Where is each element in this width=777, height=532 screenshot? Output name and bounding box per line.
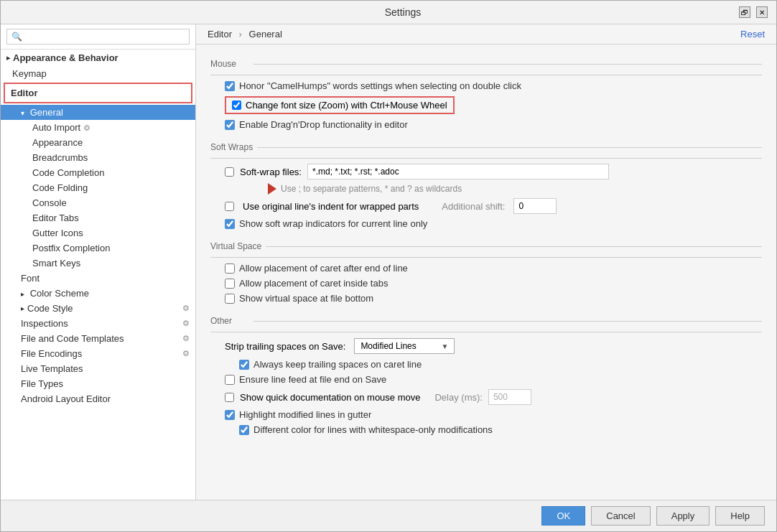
strip-trailing-value: Modified Lines — [360, 341, 416, 351]
additional-shift-label: Additional shift: — [442, 201, 505, 212]
different-color-label: Different color for lines with whitespac… — [253, 424, 493, 435]
sidebar-item-keymap[interactable]: Keymap — [1, 66, 195, 81]
sidebar-item-android-layout-editor[interactable]: Android Layout Editor — [1, 391, 195, 406]
apply-button[interactable]: Apply — [656, 506, 710, 526]
panel-content: Mouse Honor "CamelHumps" words settings … — [196, 45, 776, 500]
allow-inside-tabs-row: Allow placement of caret inside tabs — [210, 276, 762, 291]
delay-label: Delay (ms): — [434, 392, 482, 403]
allow-inside-tabs-checkbox[interactable] — [225, 279, 235, 289]
use-original-indent-row: Use original line's indent for wrapped p… — [210, 196, 762, 216]
additional-shift-input[interactable] — [513, 198, 557, 214]
soft-wraps-divider — [210, 158, 762, 159]
sidebar-item-color-scheme[interactable]: Color Scheme — [1, 286, 195, 301]
sidebar-item-code-completion[interactable]: Code Completion — [1, 165, 195, 180]
sidebar-item-gutter-icons[interactable]: Gutter Icons — [1, 225, 195, 241]
change-font-checkbox[interactable] — [232, 101, 241, 110]
sidebar-item-font[interactable]: Font — [1, 271, 195, 286]
enable-drag-row: Enable Drag'n'Drop functionality in edit… — [210, 117, 762, 132]
soft-wrap-hint-row: Use ; to separate patterns, * and ? as w… — [210, 182, 762, 196]
gear-icon: ⚙ — [83, 123, 90, 132]
delay-input[interactable] — [488, 389, 531, 405]
sidebar-item-file-and-code-templates[interactable]: File and Code Templates ⚙ — [1, 331, 195, 346]
show-quick-doc-row: Show quick documentation on mouse move D… — [210, 387, 762, 407]
sidebar-item-code-style[interactable]: Code Style ⚙ — [1, 301, 195, 316]
search-input[interactable] — [6, 29, 190, 45]
enable-drag-checkbox[interactable] — [225, 120, 235, 130]
sidebar-item-file-encodings[interactable]: File Encodings ⚙ — [1, 346, 195, 361]
sidebar-item-live-templates[interactable]: Live Templates — [1, 361, 195, 376]
breadcrumb-general: General — [249, 29, 282, 39]
main-panel: Editor › General Reset Mouse Honor "Came… — [196, 24, 776, 500]
title-bar: Settings 🗗 ✕ — [1, 1, 776, 24]
highlight-modified-checkbox[interactable] — [225, 410, 235, 420]
honor-camel-label: Honor "CamelHumps" words settings when s… — [239, 80, 521, 91]
strip-trailing-row: Strip trailing spaces on Save: Modified … — [210, 335, 762, 357]
enable-drag-label: Enable Drag'n'Drop functionality in edit… — [239, 119, 408, 130]
honor-camel-checkbox[interactable] — [225, 81, 235, 91]
ensure-line-feed-checkbox[interactable] — [225, 375, 235, 385]
highlight-modified-row: Highlight modified lines in gutter — [210, 407, 762, 422]
sidebar-item-breadcrumbs[interactable]: Breadcrumbs — [1, 150, 195, 165]
change-font-size-box: Change font size (Zoom) with Ctrl+Mouse … — [225, 96, 455, 114]
original-indent-checkbox[interactable] — [225, 202, 234, 211]
other-section-label: Other — [210, 316, 762, 326]
bottom-bar: OK Cancel Apply Help — [1, 500, 776, 531]
gear-icon-file-templates: ⚙ — [182, 334, 190, 343]
sidebar-item-console[interactable]: Console — [1, 195, 195, 210]
show-soft-wrap-row: Show soft wrap indicators for current li… — [210, 216, 762, 231]
gear-icon-file-encodings: ⚙ — [182, 349, 190, 358]
different-color-checkbox[interactable] — [239, 425, 249, 435]
sidebar-item-file-types[interactable]: File Types — [1, 376, 195, 391]
other-divider — [210, 332, 762, 332]
virtual-space-divider — [210, 257, 762, 258]
different-color-row: Different color for lines with whitespac… — [210, 422, 762, 437]
sidebar-item-editor[interactable]: Editor — [8, 85, 188, 101]
close-button[interactable]: ✕ — [756, 6, 768, 18]
soft-wrap-files-checkbox[interactable] — [225, 167, 234, 177]
settings-dialog: Settings 🗗 ✕ ▸ Appearance & Behavior Key… — [0, 0, 777, 532]
breadcrumb-sep: › — [239, 29, 242, 39]
reset-link[interactable]: Reset — [740, 29, 765, 39]
sidebar-item-postfix-completion[interactable]: Postfix Completion — [1, 241, 195, 256]
hint-arrow-icon — [268, 183, 276, 195]
always-keep-label: Always keep trailing spaces on caret lin… — [253, 359, 422, 370]
soft-wraps-section-label: Soft Wraps — [210, 142, 762, 152]
window-controls: 🗗 ✕ — [739, 6, 768, 18]
allow-inside-tabs-label: Allow placement of caret inside tabs — [239, 278, 388, 289]
gear-icon-inspections: ⚙ — [182, 319, 190, 328]
soft-wrap-input[interactable] — [307, 164, 609, 179]
breadcrumb: Editor › General — [208, 29, 282, 39]
sidebar-item-appearance[interactable]: Appearance — [1, 135, 195, 150]
show-quick-doc-checkbox[interactable] — [225, 393, 234, 402]
allow-after-end-label: Allow placement of caret after end of li… — [239, 263, 408, 274]
show-virtual-space-checkbox[interactable] — [225, 294, 235, 304]
allow-after-end-row: Allow placement of caret after end of li… — [210, 261, 762, 276]
show-soft-wrap-checkbox[interactable] — [225, 219, 235, 229]
change-font-label: Change font size (Zoom) with Ctrl+Mouse … — [246, 100, 447, 111]
show-virtual-space-row: Show virtual space at file bottom — [210, 291, 762, 306]
sidebar-item-auto-import[interactable]: Auto Import ⚙ — [1, 120, 195, 135]
strip-trailing-dropdown[interactable]: Modified Lines ▼ — [354, 338, 455, 354]
show-virtual-space-label: Show virtual space at file bottom — [239, 293, 373, 304]
restore-button[interactable]: 🗗 — [739, 6, 750, 18]
ok-button[interactable]: OK — [541, 506, 585, 526]
help-button[interactable]: Help — [715, 506, 765, 526]
sidebar-item-inspections[interactable]: Inspections ⚙ — [1, 316, 195, 331]
search-box — [1, 24, 195, 50]
sidebar-item-smart-keys[interactable]: Smart Keys — [1, 256, 195, 271]
cancel-button[interactable]: Cancel — [591, 506, 650, 526]
always-keep-checkbox[interactable] — [239, 360, 249, 370]
always-keep-trailing-row: Always keep trailing spaces on caret lin… — [210, 357, 762, 372]
sidebar-item-general[interactable]: General — [1, 105, 195, 120]
breadcrumb-bar: Editor › General Reset — [196, 24, 776, 45]
breadcrumb-editor: Editor — [208, 29, 232, 39]
ensure-line-feed-row: Ensure line feed at file end on Save — [210, 372, 762, 387]
show-quick-doc-label: Show quick documentation on mouse move — [240, 392, 420, 403]
sidebar-item-code-folding[interactable]: Code Folding — [1, 180, 195, 195]
sidebar: ▸ Appearance & Behavior Keymap Editor Ge… — [1, 24, 196, 500]
dialog-title: Settings — [67, 6, 739, 18]
sidebar-item-editor-tabs[interactable]: Editor Tabs — [1, 210, 195, 225]
sidebar-item-appearance-behavior[interactable]: ▸ Appearance & Behavior — [1, 50, 195, 66]
soft-wrap-files-label: Soft-wrap files: — [240, 167, 302, 177]
allow-after-end-checkbox[interactable] — [225, 263, 235, 274]
